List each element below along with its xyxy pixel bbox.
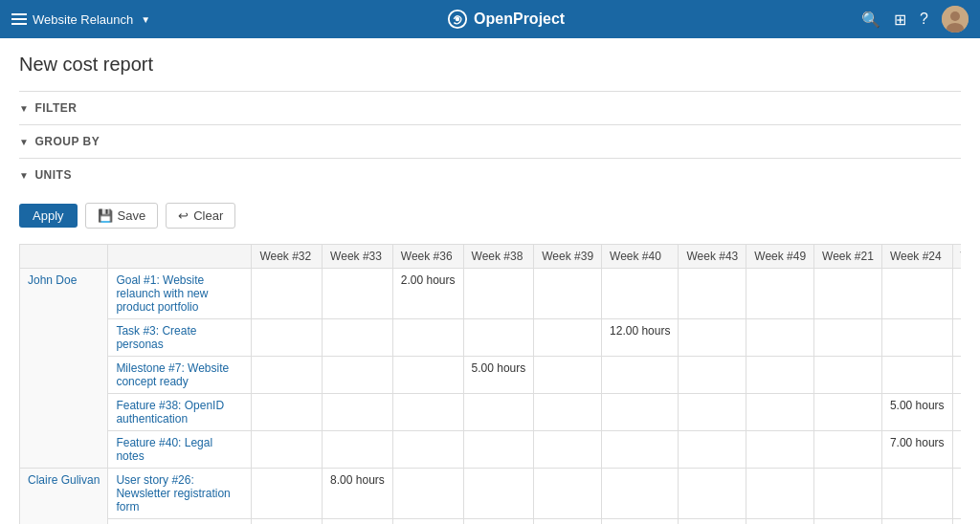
- help-icon[interactable]: ?: [920, 11, 928, 28]
- hours-cell: [679, 519, 746, 525]
- hours-cell: [679, 431, 746, 469]
- group-by-section[interactable]: ▼ GROUP BY: [19, 124, 961, 158]
- report-table: Week #32 Week #33 Week #36 Week #38 Week…: [19, 244, 961, 524]
- hours-cell: [814, 469, 882, 519]
- hours-cell: [463, 319, 534, 357]
- hours-cell: [814, 357, 882, 394]
- filter-section[interactable]: ▼ FILTER: [19, 91, 961, 124]
- hours-cell: [814, 431, 882, 469]
- hours-cell: [463, 469, 534, 519]
- hours-cell: [602, 469, 679, 519]
- col-week32: Week #32: [252, 245, 323, 269]
- col-week43: Week #43: [679, 245, 746, 269]
- hours-cell: 12.00 hours: [602, 319, 679, 357]
- task-cell: Task #3: Create personas: [108, 319, 252, 357]
- app-header: Website Relaunch ▼ OpenProject 🔍 ⊞ ?: [0, 0, 980, 38]
- table-row: User story #29: SEO optimized footer2.00…: [20, 519, 962, 525]
- hours-cell: [952, 431, 961, 469]
- col-week38: Week #38: [463, 245, 534, 269]
- hours-cell: [679, 319, 746, 357]
- table-row: John DoeGoal #1: Website relaunch with n…: [20, 269, 962, 319]
- task-link[interactable]: Milestone #7: Website concept ready: [116, 361, 229, 388]
- task-link[interactable]: Goal #1: Website relaunch with new produ…: [116, 273, 208, 314]
- hours-cell: [814, 394, 882, 431]
- task-link[interactable]: Task #3: Create personas: [116, 324, 196, 351]
- hours-cell: [323, 519, 393, 525]
- hours-cell: 7.00 hours: [881, 431, 952, 469]
- hours-cell: [952, 519, 961, 525]
- task-cell: Feature #38: OpenID authentication: [108, 394, 252, 431]
- col-task: [108, 245, 252, 269]
- task-link[interactable]: User story #26: Newsletter registration …: [116, 473, 230, 513]
- col-week21: Week #21: [814, 245, 882, 269]
- hours-cell: [252, 431, 323, 469]
- hours-cell: [463, 394, 534, 431]
- units-chevron-icon: ▼: [19, 170, 29, 181]
- col-week33: Week #33: [323, 245, 393, 269]
- hours-cell: [746, 469, 814, 519]
- table-row: Task #3: Create personas12.00 hours12.00…: [20, 319, 962, 357]
- report-table-container: Week #32 Week #33 Week #36 Week #38 Week…: [19, 244, 961, 524]
- hours-cell: [323, 431, 393, 469]
- hours-cell: [814, 519, 882, 525]
- hours-cell: 2.00 hours: [392, 269, 463, 319]
- hours-cell: [881, 319, 952, 357]
- hours-cell: [881, 519, 952, 525]
- hours-cell: [534, 469, 602, 519]
- hours-cell: [463, 519, 534, 525]
- project-name[interactable]: Website Relaunch: [33, 12, 133, 27]
- clear-button[interactable]: ↩ Clear: [166, 203, 235, 229]
- hours-cell: [252, 469, 323, 519]
- hours-cell: [679, 269, 746, 319]
- table-row: Milestone #7: Website concept ready5.00 …: [20, 357, 962, 394]
- col-week24: Week #24: [881, 245, 952, 269]
- col-person: [20, 245, 108, 269]
- page-content: New cost report ▼ FILTER ▼ GROUP BY ▼ UN…: [0, 38, 980, 524]
- person-cell: Claire Gulivan: [20, 469, 108, 525]
- units-section[interactable]: ▼ UNITS: [19, 158, 961, 191]
- project-dropdown-icon[interactable]: ▼: [141, 14, 150, 25]
- hours-cell: [814, 319, 882, 357]
- user-avatar[interactable]: [942, 6, 969, 33]
- task-cell: User story #26: Newsletter registration …: [108, 469, 252, 519]
- hours-cell: [323, 394, 393, 431]
- hours-cell: [679, 469, 746, 519]
- hours-cell: 8.00 hours: [323, 469, 393, 519]
- group-by-label: GROUP BY: [34, 135, 100, 148]
- hours-cell: [881, 269, 952, 319]
- hours-cell: [679, 357, 746, 394]
- hours-cell: [392, 357, 463, 394]
- group-by-chevron-icon: ▼: [19, 137, 29, 147]
- toolbar: Apply 💾 Save ↩ Clear: [19, 203, 961, 229]
- hours-cell: [534, 394, 602, 431]
- save-icon: 💾: [98, 208, 113, 223]
- save-button[interactable]: 💾 Save: [85, 203, 159, 229]
- task-link[interactable]: Feature #38: OpenID authentication: [116, 399, 224, 426]
- hours-cell: [534, 357, 602, 394]
- table-row: Feature #40: Legal notes7.00 hours7.00 h…: [20, 431, 962, 469]
- hours-cell: [534, 431, 602, 469]
- task-link[interactable]: Feature #40: Legal notes: [116, 436, 212, 463]
- hours-cell: [463, 269, 534, 319]
- task-cell: User story #29: SEO optimized footer: [108, 519, 252, 525]
- apply-button[interactable]: Apply: [19, 204, 78, 228]
- table-header-row: Week #32 Week #33 Week #36 Week #38 Week…: [20, 245, 962, 269]
- hours-cell: [952, 357, 961, 394]
- hours-cell: [952, 394, 961, 431]
- hours-cell: [534, 319, 602, 357]
- grid-icon[interactable]: ⊞: [894, 11, 906, 29]
- clear-icon: ↩: [178, 208, 189, 223]
- search-icon[interactable]: 🔍: [861, 11, 880, 29]
- hours-cell: [746, 319, 814, 357]
- hours-cell: [602, 519, 679, 525]
- task-cell: Goal #1: Website relaunch with new produ…: [108, 269, 252, 319]
- hamburger-menu[interactable]: [11, 13, 27, 25]
- hours-cell: [252, 269, 323, 319]
- hours-cell: 5.00 hours: [881, 394, 952, 431]
- hours-cell: 2.00 hours: [252, 519, 323, 525]
- col-week36: Week #36: [392, 245, 463, 269]
- hours-cell: [252, 319, 323, 357]
- app-logo: OpenProject: [447, 9, 565, 30]
- hours-cell: [392, 519, 463, 525]
- svg-point-1: [456, 17, 460, 22]
